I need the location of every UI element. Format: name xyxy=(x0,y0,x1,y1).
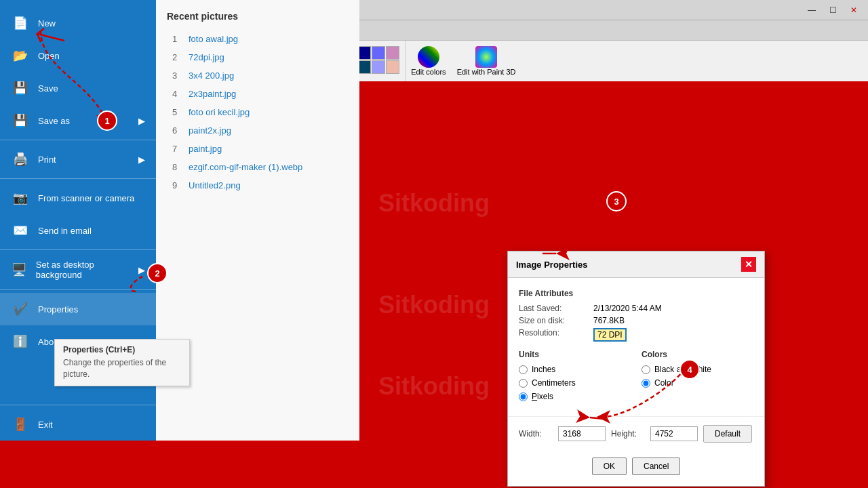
swatch[interactable] xyxy=(357,46,371,60)
units-inches-row: Inches xyxy=(519,365,631,374)
email-icon: ✉️ xyxy=(11,221,30,240)
scanner-icon: 📷 xyxy=(11,188,30,207)
units-inches-radio[interactable] xyxy=(519,365,528,374)
dialog-close-button[interactable]: ✕ xyxy=(741,257,756,272)
units-section: Units Inches Centimeters Pixels xyxy=(519,350,631,405)
save-as-label: Save as xyxy=(38,116,70,126)
edit-colors-label: Edit colors xyxy=(411,68,446,76)
colors-section: Colors Black and white Color xyxy=(642,350,753,405)
image-properties-dialog: Image Properties ✕ File Attributes Last … xyxy=(372,163,765,488)
recent-num-6: 6 xyxy=(172,125,183,136)
units-centimeters-radio[interactable] xyxy=(519,379,528,388)
edit-paint3d-icon xyxy=(475,46,497,68)
menu-item-scanner[interactable]: 📷 From scanner or camera xyxy=(0,182,156,214)
swatch[interactable] xyxy=(386,60,399,74)
pixels-underline-label: P xyxy=(532,392,537,401)
colors-title: Colors xyxy=(642,350,753,359)
menu-item-desktop[interactable]: 🖥️ Set as desktop background ▶ xyxy=(0,253,156,287)
swatch[interactable] xyxy=(372,46,385,60)
last-saved-row: Last Saved: 2/13/2020 5:44 AM xyxy=(519,304,753,313)
recent-file-4: 2x3paint.jpg xyxy=(189,89,236,99)
colors-bw-label: Black and white xyxy=(654,365,711,374)
dialog-body: File Attributes Last Saved: 2/13/2020 5:… xyxy=(508,278,764,416)
recent-file-3: 3x4 200.jpg xyxy=(189,70,234,81)
recent-file-6: paint2x.jpg xyxy=(189,125,231,136)
height-input[interactable] xyxy=(650,426,698,441)
dialog-dimensions: Width: Height: Default xyxy=(508,416,764,451)
width-label: Width: xyxy=(519,429,553,439)
units-pixels-radio[interactable] xyxy=(519,392,528,401)
default-button[interactable]: Default xyxy=(703,425,752,443)
swatch[interactable] xyxy=(372,60,385,74)
resolution-label: Resolution: xyxy=(519,328,593,342)
print-label: Print xyxy=(38,155,56,165)
recent-title: Recent pictures xyxy=(167,11,349,22)
file-attributes-title: File Attributes xyxy=(519,289,753,298)
menu-item-open[interactable]: 📂 Open xyxy=(0,39,156,72)
recent-file-2: 72dpi.jpg xyxy=(189,52,224,62)
divider1 xyxy=(0,140,156,140)
units-centimeters-label: Centimeters xyxy=(532,378,576,388)
recent-item-9[interactable]: 9 Untitled2.png xyxy=(167,176,349,195)
colors-color-row: Color xyxy=(642,378,753,388)
units-pixels-row: Pixels xyxy=(519,392,631,401)
menu-item-properties[interactable]: ✔️ Properties xyxy=(0,293,156,325)
recent-num-4: 4 xyxy=(172,89,183,99)
resolution-row: Resolution: 72 DPI xyxy=(519,328,753,342)
recent-item-5[interactable]: 5 foto ori kecil.jpg xyxy=(167,103,349,121)
dialog-title-bar: Image Properties ✕ xyxy=(508,251,764,278)
about-icon: ℹ️ xyxy=(11,332,30,351)
print-arrow: ▶ xyxy=(138,155,145,165)
recent-item-1[interactable]: 1 foto awal.jpg xyxy=(167,30,349,48)
save-icon: 💾 xyxy=(11,79,30,98)
recent-item-4[interactable]: 4 2x3paint.jpg xyxy=(167,85,349,103)
swatch[interactable] xyxy=(357,60,371,74)
resolution-value: 72 DPI xyxy=(593,328,627,342)
recent-file-8: ezgif.com-gif-maker (1).webp xyxy=(189,162,302,172)
recent-num-7: 7 xyxy=(172,144,183,154)
save-as-icon: 💾 xyxy=(11,111,30,130)
recent-item-7[interactable]: 7 paint.jpg xyxy=(167,140,349,158)
desktop-icon: 🖥️ xyxy=(11,260,28,279)
recent-num-5: 5 xyxy=(172,107,183,117)
tooltip-description: Change the properties of the picture. xyxy=(63,357,181,380)
menu-item-email[interactable]: ✉️ Send in email xyxy=(0,214,156,247)
recent-num-9: 9 xyxy=(172,180,183,190)
open-label: Open xyxy=(38,51,60,61)
cancel-button[interactable]: Cancel xyxy=(632,458,680,475)
dialog-box: Image Properties ✕ File Attributes Last … xyxy=(507,251,765,487)
desktop-label: Set as desktop background xyxy=(36,260,130,280)
tooltip-title: Properties (Ctrl+E) xyxy=(63,345,181,354)
file-menu-top: 📄 New 📂 Open 💾 Save 💾 Save as ▶ 🖨️ Print… xyxy=(0,0,156,365)
size-disk-row: Size on disk: 767.8KB xyxy=(519,316,753,325)
recent-file-7: paint.jpg xyxy=(189,144,222,154)
desktop-arrow: ▶ xyxy=(138,265,145,275)
save-label: Save xyxy=(38,83,58,94)
recent-num-1: 1 xyxy=(172,34,183,44)
recent-file-1: foto awal.jpg xyxy=(189,34,238,44)
print-icon: 🖨️ xyxy=(11,150,30,169)
recent-item-2[interactable]: 2 72dpi.jpg xyxy=(167,48,349,66)
menu-item-print[interactable]: 🖨️ Print ▶ xyxy=(0,143,156,176)
units-pixels-label: Pixels xyxy=(532,392,553,401)
menu-item-new[interactable]: 📄 New xyxy=(0,7,156,39)
size-disk-value: 767.8KB xyxy=(593,316,625,325)
recent-item-8[interactable]: 8 ezgif.com-gif-maker (1).webp xyxy=(167,158,349,176)
divider5 xyxy=(0,405,156,405)
divider2 xyxy=(0,178,156,179)
recent-item-6[interactable]: 6 paint2x.jpg xyxy=(167,121,349,140)
exit-icon: 🚪 xyxy=(11,415,30,434)
width-input[interactable] xyxy=(558,426,606,441)
scanner-label: From scanner or camera xyxy=(38,193,134,203)
swatch[interactable] xyxy=(386,46,399,60)
recent-item-3[interactable]: 3 3x4 200.jpg xyxy=(167,66,349,85)
last-saved-label: Last Saved: xyxy=(519,304,593,313)
colors-color-label: Color xyxy=(654,378,674,388)
colors-bw-radio[interactable] xyxy=(642,365,650,374)
menu-item-exit[interactable]: 🚪 Exit xyxy=(0,408,156,441)
menu-item-save-as[interactable]: 💾 Save as ▶ xyxy=(0,104,156,137)
colors-color-radio[interactable] xyxy=(642,379,650,388)
menu-item-save[interactable]: 💾 Save xyxy=(0,72,156,104)
ok-button[interactable]: OK xyxy=(592,458,627,475)
save-as-arrow: ▶ xyxy=(138,116,145,126)
